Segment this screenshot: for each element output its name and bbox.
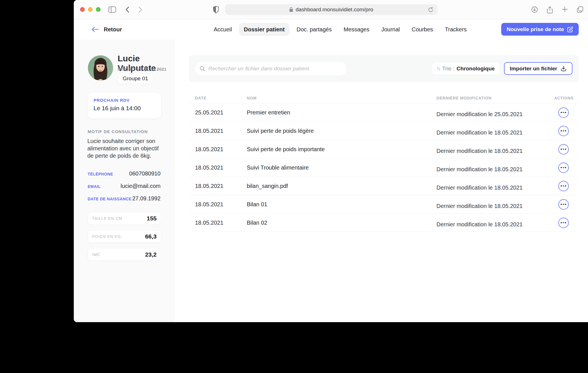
- height-label: TAILLE EN CM: [92, 216, 122, 221]
- file-table: DATE NOM DERNIÈRE MODIFICATION ACTIONS 2…: [189, 93, 579, 232]
- browser-window: dashboard.monsuividiet.com/pro R: [74, 0, 588, 322]
- row-actions-button[interactable]: [558, 126, 569, 136]
- file-date: 18.05.2021: [195, 201, 247, 208]
- patient-stats: TAILLE EN CM 155 POIDS EN KG 66,3 IMC 23…: [88, 212, 161, 266]
- file-name: Suivi perte de poids importante: [247, 146, 436, 153]
- birthdate-row: DATE DE NAISSANCE 27.09.1992: [88, 195, 161, 202]
- height-value: 155: [147, 215, 157, 222]
- file-modified: Dernier modification le 18.05.2021: [436, 166, 553, 173]
- back-arrow-icon: [91, 27, 99, 32]
- reload-icon[interactable]: [428, 7, 434, 13]
- next-appointment-label: PROCHAIN RDV: [94, 98, 155, 103]
- row-actions-button[interactable]: [558, 199, 569, 210]
- toolbar-right-icons: [531, 6, 583, 14]
- browser-toolbar: dashboard.monsuividiet.com/pro: [74, 0, 588, 19]
- phone-value: 0607080910: [129, 170, 161, 177]
- phone-label: TÉLÉPHONE: [88, 172, 113, 176]
- col-date: DATE: [195, 96, 247, 100]
- file-modified: Dernier modification le 25.05.2021: [436, 111, 553, 118]
- tab-courbes[interactable]: Courbes: [407, 23, 438, 36]
- back-icon[interactable]: [125, 6, 129, 13]
- main-nav: Accueil Dossier patient Doc. partagés Me…: [209, 23, 472, 36]
- sort-control[interactable]: ↑↓ Trie : Chronologique: [432, 63, 499, 75]
- sort-prefix: Trie :: [442, 66, 454, 72]
- file-name: Bilan 01: [247, 201, 436, 208]
- sidebar-toggle-icon[interactable]: [108, 6, 116, 13]
- weight-stat: POIDS EN KG 66,3: [88, 230, 161, 243]
- zoom-window-button[interactable]: [96, 7, 101, 12]
- tab-messages[interactable]: Messages: [339, 23, 374, 36]
- email-value: lucie@mail.com: [121, 183, 161, 189]
- table-row[interactable]: 18.05.2021 Bilan 02 Dernier modification…: [189, 214, 579, 232]
- row-actions-button[interactable]: [558, 144, 569, 155]
- import-file-button[interactable]: Importer un fichier: [504, 62, 572, 75]
- table-row[interactable]: 18.05.2021 Suivi perte de poids importan…: [189, 140, 579, 159]
- edit-note-icon: [567, 26, 573, 32]
- file-toolbar: ↑↓ Trie : Chronologique Importer un fich…: [189, 55, 579, 82]
- tab-accueil[interactable]: Accueil: [209, 23, 237, 36]
- tab-journal[interactable]: Journal: [377, 23, 405, 36]
- next-appointment-card: PROCHAIN RDV Le 16 juin à 14:00: [88, 93, 161, 118]
- new-note-button[interactable]: Nouvelle prise de note: [501, 23, 579, 36]
- tabs-overview-icon[interactable]: [577, 6, 583, 14]
- contact-info: TÉLÉPHONE 0607080910 EMAIL lucie@mail.co…: [88, 170, 161, 208]
- row-actions-button[interactable]: [558, 218, 569, 228]
- file-name: Suivi perte de poids légère: [247, 128, 436, 134]
- row-actions-button[interactable]: [558, 162, 569, 173]
- file-date: 18.05.2021: [195, 146, 247, 153]
- height-stat: TAILLE EN CM 155: [88, 212, 161, 225]
- new-note-label: Nouvelle prise de note: [507, 26, 564, 32]
- share-icon[interactable]: [547, 6, 553, 14]
- tab-trackers[interactable]: Trackers: [440, 23, 472, 36]
- sort-value: Chronologique: [457, 66, 495, 72]
- table-row[interactable]: 18.05.2021 Suivi perte de poids légère D…: [189, 122, 579, 140]
- sort-arrows-icon: ↑↓: [436, 66, 440, 71]
- file-date: 18.05.2021: [195, 164, 247, 171]
- tab-doc-partages[interactable]: Doc. partagés: [292, 23, 337, 36]
- app-header: Retour Accueil Dossier patient Doc. part…: [74, 19, 588, 40]
- url-text: dashboard.monsuividiet.com/pro: [296, 6, 373, 13]
- consultation-reason-label: MOTIF DE CONSULTATION: [88, 129, 148, 134]
- avatar: [88, 55, 113, 81]
- forward-icon[interactable]: [138, 6, 142, 13]
- close-window-button[interactable]: [80, 7, 85, 12]
- new-tab-icon[interactable]: [562, 6, 568, 14]
- file-modified: Dernier modification le 18.05.2021: [436, 221, 553, 228]
- phone-row: TÉLÉPHONE 0607080910: [88, 170, 161, 177]
- search-icon: [200, 66, 205, 71]
- file-modified: Dernier modification le 18.05.2021: [436, 148, 553, 154]
- file-modified: Dernier modification le 18.05.2021: [436, 203, 553, 209]
- back-button[interactable]: Retour: [91, 19, 122, 40]
- col-modified: DERNIÈRE MODIFICATION: [436, 96, 553, 100]
- table-row[interactable]: 18.05.2021 Bilan 01 Dernier modification…: [189, 195, 579, 214]
- minimize-window-button[interactable]: [88, 7, 93, 12]
- downloads-icon[interactable]: [531, 6, 538, 14]
- bmi-label: IMC: [92, 252, 100, 257]
- patient-group-badge: Groupe 01: [118, 73, 153, 84]
- bmi-stat: IMC 23,2: [88, 248, 161, 261]
- file-date: 18.05.2021: [195, 183, 247, 189]
- import-download-icon: [560, 65, 567, 72]
- traffic-lights: [80, 7, 101, 12]
- address-bar[interactable]: dashboard.monsuividiet.com/pro: [225, 4, 437, 15]
- row-actions-button[interactable]: [558, 181, 569, 191]
- row-actions-button[interactable]: [558, 107, 569, 118]
- table-row[interactable]: 25.05.2021 Premier entretien Dernier mod…: [189, 103, 579, 122]
- file-date: 18.05.2021: [195, 128, 247, 134]
- shield-icon[interactable]: [213, 6, 219, 14]
- col-actions: ACTIONS: [553, 96, 574, 100]
- birthdate-value: 27.09.1992: [132, 195, 161, 202]
- file-name: bilan_sangin.pdf: [247, 183, 436, 189]
- search-input[interactable]: [195, 62, 347, 75]
- file-name: Suivi Trouble alimentaire: [247, 164, 436, 171]
- lock-icon: [289, 7, 293, 12]
- file-modified: Dernier modification le 18.05.2021: [436, 185, 553, 191]
- patient-sidebar: Lucie Vulputate INSCRIT LE 01.01.2021 Gr…: [74, 40, 174, 322]
- file-modified: Dernier modification le 18.05.2021: [436, 129, 553, 136]
- file-name: Bilan 02: [247, 220, 436, 226]
- tab-dossier-patient[interactable]: Dossier patient: [239, 23, 289, 36]
- table-row[interactable]: 18.05.2021 Suivi Trouble alimentaire Der…: [189, 159, 579, 177]
- patient-registered: INSCRIT LE 01.01.2021: [118, 67, 167, 71]
- email-row: EMAIL lucie@mail.com: [88, 183, 161, 189]
- table-row[interactable]: 18.05.2021 bilan_sangin.pdf Dernier modi…: [189, 177, 579, 195]
